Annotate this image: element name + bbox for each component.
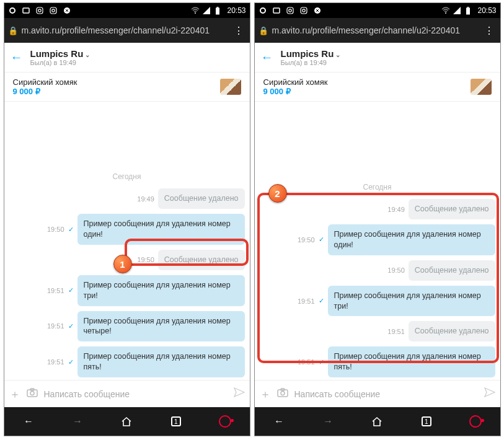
nav-tabs-icon[interactable]: 1 — [414, 416, 439, 426]
message-time: 19:51 — [387, 328, 405, 335]
chat-body[interactable]: Сегодня 19:49 Сообщение удалено 19:50 ✓ … — [255, 102, 500, 380]
message-bubble: Пример сообщения для удаления номер пять… — [328, 346, 495, 377]
listing-thumbnail — [471, 79, 492, 95]
message-row[interactable]: 19:50 ✓ Пример сообщения для удаления но… — [9, 214, 245, 245]
nav-tabs-icon[interactable]: 1 — [164, 416, 188, 426]
shazam-icon — [313, 6, 322, 15]
listing-thumbnail — [220, 79, 241, 95]
message-row[interactable]: 19:51 ✓ Пример сообщения для удаления но… — [260, 346, 495, 377]
send-icon[interactable] — [234, 387, 245, 400]
message-row[interactable]: 19:49 Сообщение удалено — [260, 199, 495, 219]
attach-plus-icon[interactable]: ＋ — [260, 387, 271, 402]
signal-icon — [453, 6, 461, 15]
opera-notif-icon — [259, 6, 267, 15]
message-time: 19:51 — [47, 322, 64, 330]
camera-icon[interactable] — [277, 387, 288, 400]
message-time: 19:49 — [137, 195, 154, 203]
svg-point-13 — [260, 8, 265, 13]
chat-header: ← Lumpics Ru⌄ Был(а) в 19:49 — [4, 43, 250, 73]
browser-bottom-nav: ← → 1 — [4, 407, 250, 436]
nav-opera-icon[interactable] — [213, 415, 237, 428]
message-row[interactable]: 19:49 Сообщение удалено — [9, 188, 245, 209]
chevron-down-icon: ⌄ — [85, 51, 90, 58]
message-time: 19:50 — [137, 256, 154, 263]
status-time: 20:53 — [227, 6, 245, 15]
read-check-icon: ✓ — [319, 358, 324, 366]
listing-title: Сирийский хомяк — [263, 77, 471, 87]
opera-notif-icon — [8, 6, 17, 15]
message-row[interactable]: 19:51 ✓ Пример сообщения для удаления но… — [9, 275, 245, 306]
message-deleted: Сообщение удалено — [158, 250, 245, 270]
camera-icon[interactable] — [27, 387, 38, 400]
browser-address-bar[interactable]: 🔒 m.avito.ru/profile/messenger/channel/u… — [255, 18, 500, 43]
svg-rect-22 — [467, 7, 469, 8]
instagram-icon — [299, 6, 308, 15]
chevron-down-icon: ⌄ — [335, 51, 340, 58]
svg-rect-15 — [287, 7, 293, 14]
message-bubble: Пример сообщения для удаления номер четы… — [77, 311, 245, 342]
phone-left: 20:53 🔒 m.avito.ru/profile/messenger/cha… — [4, 2, 250, 436]
wifi-icon — [441, 6, 450, 15]
svg-point-16 — [288, 9, 291, 12]
message-row[interactable]: 19:51 Сообщение удалено — [260, 321, 495, 341]
message-input[interactable]: Написать сообщение — [44, 389, 228, 399]
listing-preview[interactable]: Сирийский хомяк 9 000 ₽ — [255, 73, 500, 102]
nav-home-icon[interactable] — [365, 416, 389, 426]
svg-rect-14 — [273, 8, 280, 13]
nav-back-icon[interactable]: ← — [267, 416, 291, 427]
instagram-icon — [286, 6, 294, 15]
read-check-icon: ✓ — [319, 235, 324, 244]
back-icon[interactable]: ← — [11, 50, 23, 64]
read-check-icon: ✓ — [68, 322, 74, 330]
message-time: 19:50 — [47, 226, 64, 233]
svg-point-3 — [38, 9, 40, 12]
message-row[interactable]: 19:50 Сообщение удалено — [260, 260, 495, 281]
browser-bottom-nav: ← → 1 — [255, 407, 500, 436]
message-row[interactable]: 19:51 ✓ Пример сообщения для удаления но… — [9, 346, 245, 377]
chat-contact-name[interactable]: Lumpics Ru⌄ — [281, 48, 341, 59]
nav-home-icon[interactable] — [114, 416, 139, 426]
last-seen-text: Был(а) в 19:49 — [281, 59, 341, 66]
send-icon[interactable] — [484, 387, 495, 400]
nav-forward-icon[interactable]: → — [65, 416, 90, 427]
svg-point-24 — [281, 392, 285, 395]
browser-address-bar[interactable]: 🔒 m.avito.ru/profile/messenger/channel/u… — [4, 18, 250, 43]
message-input-bar: ＋ Написать сообщение — [255, 380, 500, 407]
browser-menu-icon[interactable]: ⋮ — [482, 25, 497, 37]
message-input-bar: ＋ Написать сообщение — [4, 380, 250, 407]
nav-forward-icon[interactable]: → — [316, 416, 340, 427]
calendar-icon — [272, 6, 281, 15]
message-row[interactable]: 19:50 ✓ Пример сообщения для удаления но… — [260, 224, 495, 255]
url-text: m.avito.ru/profile/messenger/channel/u2i… — [22, 25, 228, 35]
nav-back-icon[interactable]: ← — [16, 416, 41, 427]
url-text: m.avito.ru/profile/messenger/channel/u2i… — [272, 25, 478, 35]
message-bubble: Пример сообщения для удаления номер три! — [77, 275, 245, 306]
listing-preview[interactable]: Сирийский хомяк 9 000 ₽ — [4, 73, 250, 102]
message-bubble: Пример сообщения для удаления номер один… — [328, 224, 495, 255]
message-bubble: Пример сообщения для удаления номер три! — [328, 286, 495, 317]
svg-rect-9 — [217, 7, 219, 8]
message-input[interactable]: Написать сообщение — [294, 389, 478, 399]
chat-body[interactable]: Сегодня 19:49 Сообщение удалено 19:50 ✓ … — [4, 102, 250, 380]
message-time: 19:50 — [387, 266, 405, 274]
calendar-icon — [22, 6, 30, 15]
message-time: 19:51 — [47, 358, 64, 366]
svg-point-7 — [195, 12, 196, 14]
back-icon[interactable]: ← — [261, 50, 273, 64]
nav-opera-icon[interactable] — [463, 415, 488, 428]
message-row[interactable]: 19:51 ✓ Пример сообщения для удаления но… — [260, 286, 495, 317]
message-row[interactable]: 19:51 ✓ Пример сообщения для удаления но… — [9, 311, 245, 342]
browser-menu-icon[interactable]: ⋮ — [231, 25, 246, 37]
read-check-icon: ✓ — [319, 297, 324, 305]
attach-plus-icon[interactable]: ＋ — [9, 387, 20, 402]
callout-badge-2: 2 — [268, 184, 287, 203]
svg-rect-21 — [466, 7, 470, 14]
shazam-icon — [63, 6, 71, 15]
chat-contact-name[interactable]: Lumpics Ru⌄ — [30, 48, 91, 59]
callout-badge-1: 1 — [113, 255, 132, 273]
svg-rect-4 — [50, 7, 56, 14]
battery-icon — [464, 6, 472, 15]
signal-icon — [202, 6, 211, 15]
listing-title: Сирийский хомяк — [13, 77, 220, 87]
android-status-bar: 20:53 — [4, 3, 250, 18]
